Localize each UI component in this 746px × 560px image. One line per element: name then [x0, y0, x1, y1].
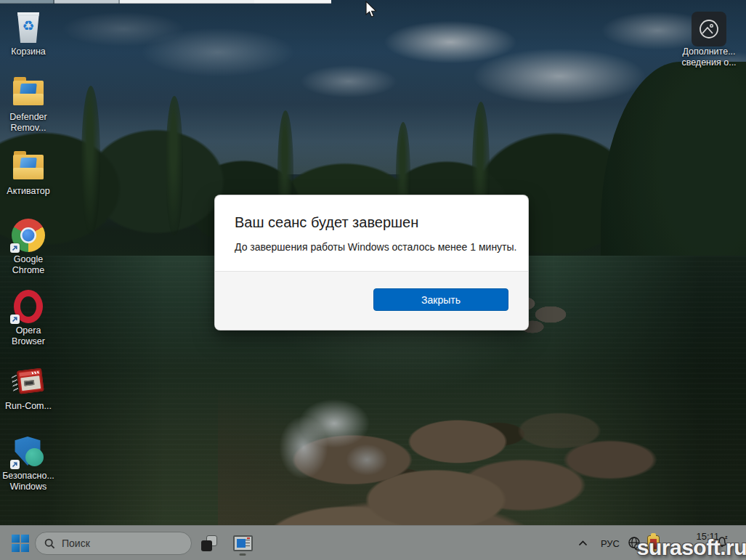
- hidden-icons-chevron[interactable]: [571, 529, 594, 558]
- recycle-bin-icon: ♻: [0, 9, 57, 46]
- dialog-footer: Закрыть: [215, 271, 528, 330]
- desktop-icon-run-command[interactable]: Run-Com...: [0, 363, 57, 412]
- icon-label: Корзина: [0, 46, 57, 57]
- svg-text:z: z: [725, 535, 728, 540]
- security-shield-icon: [0, 433, 57, 471]
- icon-label: Windows: [0, 482, 57, 492]
- no-internet-globe-icon: [627, 536, 642, 551]
- broken-image-icon: [692, 12, 726, 46]
- folder-icon: [0, 148, 57, 186]
- wallpaper-poplar-tree: [81, 86, 100, 235]
- task-view-icon: [201, 535, 217, 551]
- icon-label: Активатор: [0, 186, 57, 197]
- desktop-icon-google-chrome[interactable]: Google Chrome: [0, 216, 57, 276]
- icon-label: Run-Com...: [0, 401, 57, 412]
- tray-emblem-button[interactable]: [645, 533, 661, 555]
- desktop-icon-recycle-bin[interactable]: ♻ Корзина: [0, 9, 57, 57]
- icon-label: Remov...: [0, 123, 57, 134]
- close-button[interactable]: Закрыть: [373, 288, 508, 311]
- wallpaper-poplar-tree: [166, 96, 183, 235]
- task-view-button[interactable]: [195, 529, 224, 558]
- notification-bell-button[interactable]: z: [713, 530, 732, 552]
- run-command-icon: [0, 363, 57, 401]
- icon-label: Безопасно...: [0, 471, 57, 482]
- icon-label: Chrome: [0, 265, 57, 276]
- start-button[interactable]: [6, 529, 35, 558]
- icon-label: Дополните...: [676, 46, 742, 57]
- icon-label: Opera: [0, 325, 57, 336]
- console-app-icon: [233, 535, 253, 551]
- offscreen-window-edge[interactable]: [0, 0, 331, 4]
- chrome-icon: [0, 216, 57, 254]
- shortcut-arrow-icon: [10, 315, 20, 324]
- running-app-indicator: [240, 553, 246, 556]
- shortcut-arrow-icon: [10, 243, 20, 253]
- desktop-icon-defender-removal[interactable]: Defender Remov...: [0, 74, 57, 134]
- desktop-icon-activator[interactable]: Активатор: [0, 148, 57, 197]
- shortcut-arrow-icon: [10, 460, 20, 469]
- search-input[interactable]: Поиск: [35, 532, 192, 555]
- icon-label: Browser: [0, 336, 57, 347]
- recycle-glyph: ♻: [16, 19, 41, 33]
- icon-label: Defender: [0, 112, 57, 123]
- running-app-button[interactable]: [228, 529, 257, 558]
- desktop-icon-additional-info[interactable]: Дополните... сведения о...: [676, 12, 742, 68]
- language-indicator[interactable]: РУС: [597, 526, 623, 560]
- session-end-dialog: Ваш сеанс будет завершен До завершения р…: [214, 195, 529, 330]
- chevron-up-icon: [578, 540, 588, 546]
- windows-logo-icon: [12, 535, 29, 552]
- folder-icon: [0, 74, 57, 112]
- wallpaper-foreground-rocks: [218, 391, 746, 525]
- icon-label: сведения о...: [676, 57, 742, 68]
- search-icon: [44, 538, 55, 549]
- desktop-screen: ♻ Корзина Defender Remov... Активатор Go…: [0, 0, 746, 560]
- icon-label: Google: [0, 254, 57, 265]
- coat-of-arms-icon: [648, 536, 659, 552]
- language-label: РУС: [601, 538, 620, 549]
- bell-dnd-icon: z: [716, 534, 730, 548]
- dialog-title: Ваш сеанс будет завершен: [235, 214, 418, 231]
- taskbar: Поиск РУС: [0, 525, 746, 560]
- opera-icon: [0, 288, 57, 325]
- network-status-button[interactable]: [623, 529, 645, 558]
- search-placeholder: Поиск: [62, 537, 90, 549]
- desktop-icon-windows-security[interactable]: Безопасно... Windows: [0, 433, 57, 492]
- desktop-icon-opera-browser[interactable]: Opera Browser: [0, 288, 57, 347]
- dialog-message: До завершения работы Windows осталось ме…: [235, 241, 516, 253]
